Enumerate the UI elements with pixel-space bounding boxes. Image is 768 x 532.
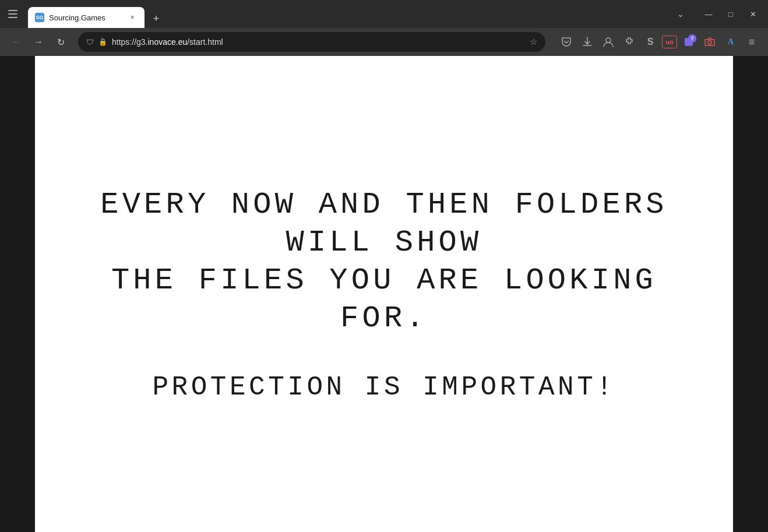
url-display: https://g3.inovace.eu/start.html (112, 37, 525, 47)
tabs-dropdown-button[interactable]: ⌄ (672, 6, 689, 22)
titlebar-left (5, 6, 21, 22)
bookmark-star-icon[interactable]: ☆ (530, 37, 537, 47)
pocket-button[interactable] (557, 33, 576, 51)
extension-badge-button[interactable]: 7 (679, 33, 698, 51)
titlebar: SG Sourcing.Games × + ⌄ — □ ✕ (0, 0, 768, 28)
lock-icon: 🔒 (98, 38, 107, 46)
tab-title: Sourcing.Games (49, 13, 122, 22)
sub-text: PROTECTION IS IMPORTANT! (64, 372, 704, 403)
back-button[interactable]: ← (7, 33, 26, 51)
close-button[interactable]: ✕ (742, 3, 763, 24)
maximize-button[interactable]: □ (720, 3, 741, 24)
refresh-button[interactable]: ↻ (51, 33, 70, 51)
scribd-button[interactable]: S (641, 33, 660, 51)
tab-favicon: SG (35, 13, 44, 22)
svg-point-3 (606, 38, 611, 43)
svg-rect-0 (8, 10, 17, 11)
navbar: ← → ↻ 🛡 🔒 https://g3.inovace.eu/start.ht… (0, 28, 768, 56)
forward-button[interactable]: → (29, 33, 48, 51)
minimize-button[interactable]: — (698, 3, 719, 24)
titlebar-right: ⌄ — □ ✕ (672, 3, 763, 24)
badge-count: 7 (688, 34, 696, 43)
tab-group: SG Sourcing.Games × + (28, 0, 165, 28)
svg-rect-1 (8, 13, 17, 15)
camera-button[interactable] (700, 33, 719, 51)
window-controls: — □ ✕ (698, 3, 763, 24)
new-tab-button[interactable]: + (147, 9, 165, 28)
content-area: EVERY NOW AND THEN FOLDERS WILL SHOW THE… (35, 56, 733, 532)
menu-button[interactable]: ≡ (742, 33, 761, 51)
main-text: EVERY NOW AND THEN FOLDERS WILL SHOW THE… (64, 186, 704, 337)
ublock-button[interactable]: uo (662, 36, 677, 48)
account-button[interactable] (599, 33, 618, 51)
browser-window: SG Sourcing.Games × + ⌄ — □ ✕ ← → ↻ 🛡 🔒 (0, 0, 768, 532)
active-tab[interactable]: SG Sourcing.Games × (28, 7, 145, 28)
main-line1: EVERY NOW AND THEN FOLDERS WILL SHOW (100, 188, 668, 260)
extensions-button[interactable] (620, 33, 639, 51)
svg-point-5 (708, 41, 711, 44)
svg-rect-2 (8, 17, 17, 18)
content-inner: EVERY NOW AND THEN FOLDERS WILL SHOW THE… (40, 163, 728, 426)
translate-button[interactable]: A (721, 33, 740, 51)
sidebar-toggle-button[interactable] (5, 6, 21, 22)
toolbar-icons: S uo 7 A ≡ (557, 33, 761, 51)
download-button[interactable] (578, 33, 597, 51)
address-bar[interactable]: 🛡 🔒 https://g3.inovace.eu/start.html ☆ (78, 32, 545, 52)
main-line2: THE FILES YOU ARE LOOKING FOR. (111, 263, 657, 336)
shield-icon: 🛡 (86, 38, 94, 47)
tab-close-button[interactable]: × (127, 12, 138, 23)
